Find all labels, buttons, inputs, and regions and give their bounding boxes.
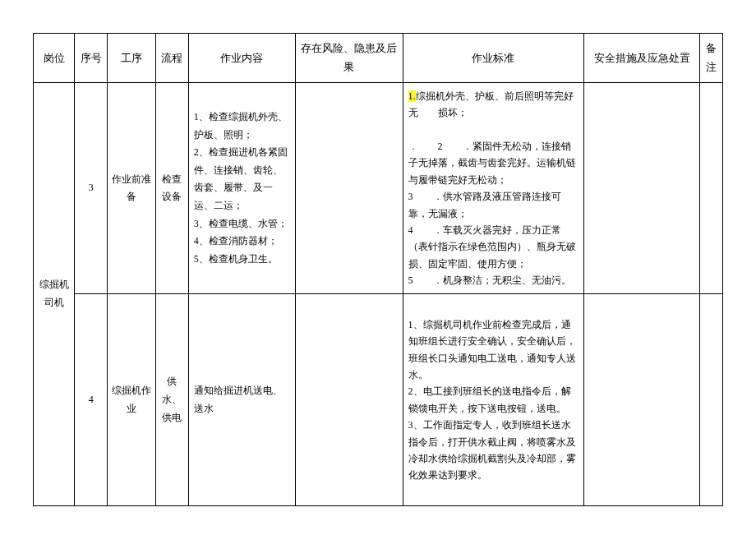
work-table: 岗位 序号 工序 流程 作业内容 存在风险、隐患及后果 作业标准 安全措施及应急…: [33, 33, 723, 506]
cell-remark: [699, 82, 722, 294]
content-single: 通知给掘进机送电、送水: [194, 385, 283, 414]
cell-content: 1、检查综掘机外壳、护板、照明； 2、检查掘进机各紧固件、连接销、齿轮、齿套、履…: [188, 82, 295, 294]
std-line: 4 ．车载灭火器完好，压力正常（表针指示在绿色范围内）、瓶身无破损、固定牢固、使…: [408, 224, 576, 270]
cell-process: 作业前准备: [108, 82, 155, 294]
cell-seq: 4: [75, 294, 108, 506]
highlight-prefix: 1.: [408, 90, 416, 102]
content-line: 1、检查综掘机外壳、护板、照明；: [194, 111, 288, 141]
std-line: ． 2 ．紧固件无松动，连接销子无掉落，截齿与齿套完好。运输机链与履带链完好无松…: [408, 141, 576, 186]
header-flow: 流程: [155, 34, 188, 83]
cell-process: 综掘机作业: [108, 294, 155, 506]
content-line: 3、检查电缆、水管；4、检查消防器材；: [194, 218, 288, 247]
cell-risks: [296, 82, 403, 294]
std-rest: 综掘机外壳、护板、前后照明等完好无 损坏；: [408, 90, 574, 118]
cell-remark: [699, 294, 722, 506]
header-risks: 存在风险、隐患及后果: [296, 34, 403, 83]
cell-standard: 1、综掘机司机作业前检查完成后，通知班组长进行安全确认，安全确认后，班组长口头通…: [403, 294, 584, 506]
header-seq: 序号: [75, 34, 108, 83]
header-remark: 备注: [699, 34, 722, 83]
content-line: 2、检查掘进机各紧固件、连接销、齿轮、齿套、履带、及一运、二运；: [194, 146, 288, 211]
cell-standard: 1.综掘机外壳、护板、前后照明等完好无 损坏； ． 2 ．紧固件无松动，连接销子…: [403, 82, 584, 294]
cell-content: 通知给掘进机送电、送水: [188, 294, 295, 506]
std-line: 3、工作面指定专人，收到班组长送水指令后，打开供水截止阀，将喷雾水及冷却水供给综…: [408, 419, 576, 481]
cell-safety: [584, 82, 700, 294]
table-row: 4 综掘机作业 供水、供电 通知给掘进机送电、送水 1、综掘机司机作业前检查完成…: [34, 294, 723, 506]
header-standard: 作业标准: [403, 34, 584, 83]
cell-seq: 3: [75, 82, 108, 294]
std-line: 3 ．供水管路及液压管路连接可靠，无漏液；: [408, 191, 561, 219]
std-line: 2、电工接到班组长的送电指令后，解锁馈电开关，按下送电按钮，送电。: [408, 385, 571, 413]
std-line: 1、综掘机司机作业前检查完成后，通知班组长进行安全确认，安全确认后，班组长口头通…: [408, 319, 576, 380]
header-content: 作业内容: [188, 34, 295, 83]
cell-safety: [584, 294, 700, 506]
header-process: 工序: [108, 34, 155, 83]
std-line: 5 ．机身整洁；无积尘、无油污。: [408, 274, 571, 286]
content-line: 5、检查机身卫生。: [194, 253, 278, 265]
cell-position: 综掘机司机: [34, 82, 75, 505]
table-header-row: 岗位 序号 工序 流程 作业内容 存在风险、隐患及后果 作业标准 安全措施及应急…: [34, 34, 723, 83]
table-row: 综掘机司机 3 作业前准备 检查设备 1、检查综掘机外壳、护板、照明； 2、检查…: [34, 82, 723, 294]
header-safety: 安全措施及应急处置: [584, 34, 700, 83]
header-position: 岗位: [34, 34, 75, 83]
cell-flow: 检查设备: [155, 82, 188, 294]
cell-risks: [296, 294, 403, 506]
cell-flow: 供水、供电: [155, 294, 188, 506]
